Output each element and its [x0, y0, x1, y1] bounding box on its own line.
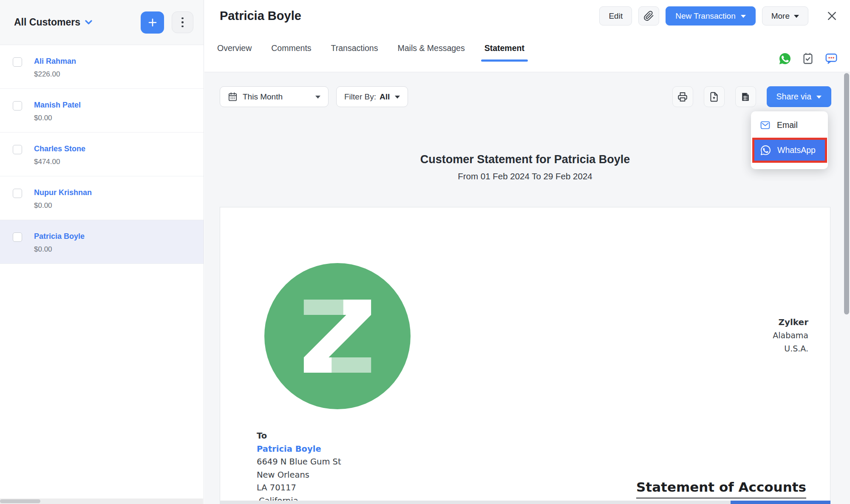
print-button[interactable]	[672, 86, 693, 107]
period-select[interactable]: This Month	[220, 86, 329, 107]
plus-icon	[147, 17, 158, 28]
customer-checkbox[interactable]	[13, 232, 22, 242]
customer-list-item[interactable]: Manish Patel $0.00	[0, 89, 204, 133]
customer-name-link[interactable]: Charles Stone	[34, 144, 85, 153]
customer-list-item[interactable]: Charles Stone $474.00	[0, 133, 204, 176]
whatsapp-icon	[760, 144, 771, 156]
customer-checkbox[interactable]	[13, 189, 22, 198]
address-line: New Orleans	[257, 469, 341, 482]
sidebar-title-label: All Customers	[14, 17, 80, 28]
recipient-address-block: To Patricia Boyle 6649 N Blue Gum St New…	[257, 430, 341, 504]
customer-checkbox[interactable]	[13, 57, 22, 67]
whatsapp-icon	[779, 52, 791, 65]
statement-actions: Share via	[672, 86, 831, 107]
tab-transactions[interactable]: Transactions	[331, 44, 378, 72]
customer-name-link[interactable]: Nupur Krishnan	[34, 188, 92, 197]
company-name: Zylker	[773, 316, 808, 329]
customer-balance: $0.00	[34, 201, 92, 210]
tab-comments[interactable]: Comments	[271, 44, 311, 72]
customer-list-filter-dropdown[interactable]: All Customers	[14, 17, 92, 28]
caret-down-icon	[816, 96, 822, 99]
chat-shortcut-icon[interactable]	[824, 52, 838, 65]
caret-down-icon	[741, 15, 746, 18]
filter-prefix: Filter By:	[344, 92, 376, 102]
app-window: All Customers Ali Rahman $226.00 Manish …	[0, 0, 850, 504]
tab-bar: Overview Comments Transactions Mails & M…	[204, 32, 850, 72]
statement-table-header-right	[731, 501, 830, 504]
statement-content: This Month Filter By: All	[204, 72, 850, 504]
address-line: 6649 N Blue Gum St	[257, 456, 341, 469]
customer-balance: $0.00	[34, 245, 85, 254]
clipboard-check-icon	[802, 52, 814, 65]
pdf-file-icon	[708, 91, 720, 102]
tab-mails-messages[interactable]: Mails & Messages	[397, 44, 465, 72]
statement-filters: This Month Filter By: All	[220, 86, 408, 107]
customer-list-item[interactable]: Ali Rahman $226.00	[0, 45, 204, 89]
share-whatsapp-menu-item[interactable]: WhatsApp	[754, 140, 825, 161]
header-actions: Edit New Transaction More	[599, 6, 843, 25]
statement-of-accounts-title: Statement of Accounts	[636, 479, 806, 498]
printer-icon	[677, 91, 688, 102]
zylker-logo	[264, 263, 411, 409]
address-line: LA 70117	[257, 481, 341, 495]
scrollbar-thumb[interactable]	[0, 499, 40, 503]
more-button[interactable]: More	[762, 6, 808, 25]
customer-name-link[interactable]: Manish Patel	[34, 100, 81, 110]
statement-heading: Customer Statement for Patricia Boyle	[220, 153, 830, 166]
tab-overview[interactable]: Overview	[217, 44, 252, 72]
period-value: This Month	[243, 92, 283, 102]
caret-down-icon	[315, 96, 320, 99]
share-email-menu-item[interactable]: Email	[751, 115, 828, 135]
whatsapp-highlight-box: WhatsApp	[752, 138, 827, 163]
customer-balance: $0.00	[34, 114, 81, 122]
company-address-block: Zylker Alabama U.S.A.	[773, 316, 808, 355]
vertical-scrollbar-thumb[interactable]	[844, 73, 849, 314]
company-region: Alabama	[773, 329, 808, 342]
customer-name-link[interactable]: Ali Rahman	[34, 57, 76, 66]
chevron-down-icon	[85, 20, 92, 25]
to-label: To	[257, 430, 341, 443]
tab-statement[interactable]: Statement	[484, 44, 524, 72]
customer-balance: $474.00	[34, 158, 85, 166]
customer-checkbox[interactable]	[13, 101, 22, 110]
tasks-shortcut-icon[interactable]	[802, 52, 814, 65]
caret-down-icon	[395, 96, 400, 99]
sidebar-header: All Customers	[0, 0, 204, 45]
whatsapp-status-icon[interactable]	[779, 52, 791, 65]
filter-value: All	[380, 92, 390, 102]
tab-bar-icons	[779, 52, 838, 72]
page-title: Patricia Boyle	[220, 9, 301, 23]
share-via-button[interactable]: Share via	[767, 86, 831, 107]
statement-table-header-left	[220, 501, 731, 504]
caret-down-icon	[794, 15, 799, 18]
kebab-icon	[181, 17, 184, 20]
customer-list-item[interactable]: Patricia Boyle $0.00	[0, 220, 204, 264]
close-icon	[826, 10, 838, 22]
share-via-menu: Email WhatsApp	[751, 111, 828, 169]
statement-document-preview: Zylker Alabama U.S.A. To Patricia Boyle …	[220, 207, 830, 504]
statement-period: From 01 Feb 2024 To 29 Feb 2024	[220, 171, 830, 181]
chat-dots-icon	[824, 52, 838, 65]
main-panel: Patricia Boyle Edit New Transaction More	[204, 0, 850, 504]
attachments-button[interactable]	[638, 6, 659, 25]
sidebar-more-menu-button[interactable]	[172, 11, 193, 33]
add-customer-button[interactable]	[141, 11, 164, 34]
company-country: U.S.A.	[773, 342, 808, 355]
filter-by-select[interactable]: Filter By: All	[336, 86, 408, 107]
edit-button[interactable]: Edit	[599, 6, 632, 25]
export-pdf-button[interactable]	[704, 86, 725, 107]
close-record-button[interactable]	[826, 10, 838, 22]
xls-file-icon	[740, 91, 751, 102]
recipient-name-link[interactable]: Patricia Boyle	[257, 443, 341, 456]
calendar-icon	[228, 92, 238, 102]
customer-name-link[interactable]: Patricia Boyle	[34, 232, 85, 241]
paperclip-icon	[643, 11, 654, 21]
sidebar-horizontal-scrollbar[interactable]	[0, 498, 203, 504]
customer-checkbox[interactable]	[13, 145, 22, 154]
export-xls-button[interactable]	[735, 86, 756, 107]
customer-sidebar: All Customers Ali Rahman $226.00 Manish …	[0, 0, 204, 504]
customer-list-item[interactable]: Nupur Krishnan $0.00	[0, 176, 204, 220]
new-transaction-button[interactable]: New Transaction	[666, 6, 756, 25]
email-icon	[760, 120, 771, 130]
customer-list: Ali Rahman $226.00 Manish Patel $0.00 Ch…	[0, 45, 204, 264]
